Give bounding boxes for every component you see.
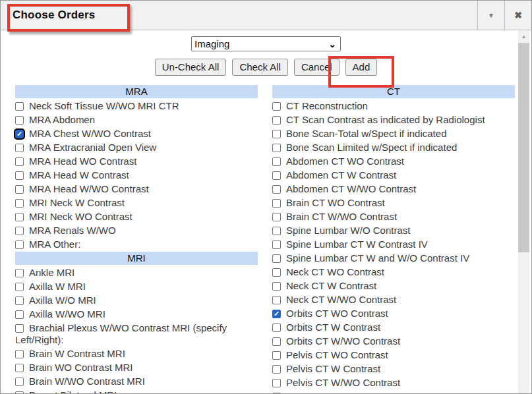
order-checkbox-row[interactable]: Neck CT W/WO Contrast: [272, 293, 515, 306]
order-checkbox-row[interactable]: Spine Lumbar CT W and W/O Contrast IV: [272, 251, 515, 265]
order-checkbox-row[interactable]: CT Reconstruction: [272, 99, 515, 113]
checkbox-icon[interactable]: [15, 269, 24, 277]
checkbox-icon[interactable]: [272, 157, 281, 166]
order-checkbox-row[interactable]: Orbits CT W/WO Contrast: [272, 334, 515, 348]
checkbox-checked-icon[interactable]: [272, 310, 281, 318]
close-button[interactable]: ✖: [504, 1, 531, 30]
order-checkbox-row[interactable]: MRA Extracranial Open View: [15, 140, 258, 154]
order-checkbox-row[interactable]: Neck Soft Tissue W/WO MRI CTR: [15, 99, 258, 113]
order-label: Ankle MRI: [29, 267, 74, 278]
order-checkbox-row[interactable]: Spine Lumbar W/O Contrast: [272, 223, 515, 237]
scroll-up-button[interactable]: ▲: [518, 30, 529, 42]
checkbox-icon[interactable]: [272, 116, 281, 125]
checkbox-icon[interactable]: [15, 391, 24, 394]
checkbox-icon[interactable]: [272, 213, 281, 221]
order-checkbox-row[interactable]: Pelvis CT W/WO Contrast: [272, 376, 515, 389]
order-label: Orbits CT W/WO Contrast: [286, 335, 400, 347]
checkbox-icon[interactable]: [15, 116, 24, 125]
order-checkbox-row[interactable]: Abdomen CT W/WO Contrast: [272, 182, 515, 196]
order-checkbox-row[interactable]: Ankle MRI: [15, 266, 258, 279]
checkbox-icon[interactable]: [272, 254, 281, 263]
order-checkbox-row[interactable]: Brain WO Contrast MRI: [15, 360, 258, 374]
order-checkbox-row[interactable]: Axilla W MRI: [15, 279, 258, 293]
order-checkbox-row[interactable]: Neck CT W Contrast: [272, 279, 515, 293]
order-checkbox-row[interactable]: Brain CT W/WO Contrast: [272, 210, 515, 223]
checkbox-icon[interactable]: [272, 337, 281, 346]
order-checkbox-row[interactable]: Breast Bilateral MRI: [15, 388, 258, 394]
add-button[interactable]: Add: [345, 59, 378, 76]
checkbox-icon[interactable]: [272, 199, 281, 208]
order-checkbox-row[interactable]: Bone Scan-Total w/Spect if indicated: [272, 127, 515, 140]
order-checkbox-row[interactable]: MRA Head WO Contrast: [15, 154, 258, 168]
checkbox-icon[interactable]: [15, 199, 24, 208]
checkbox-icon[interactable]: [272, 351, 281, 360]
checkbox-icon[interactable]: [272, 185, 281, 194]
checkbox-icon[interactable]: [15, 296, 24, 305]
check-all-button[interactable]: Check All: [232, 59, 288, 76]
checkbox-icon[interactable]: [15, 227, 24, 235]
order-checkbox-row[interactable]: Abdomen CT WO Contrast: [272, 154, 515, 168]
order-checkbox-row[interactable]: MRA Other:: [15, 237, 258, 251]
dialog-titlebar: Choose Orders ▼ ✖: [1, 1, 531, 30]
checkbox-icon[interactable]: [272, 171, 281, 180]
checkbox-icon[interactable]: [272, 102, 281, 111]
checkbox-icon[interactable]: [15, 144, 24, 152]
order-checkbox-row[interactable]: MRI Neck WO Contrast: [15, 210, 258, 223]
order-checkbox-row[interactable]: Pelvis CT W Contrast: [272, 362, 515, 376]
checkbox-icon[interactable]: [15, 102, 24, 111]
checkbox-icon[interactable]: [15, 171, 24, 180]
checkbox-icon[interactable]: [15, 240, 24, 249]
checkbox-icon[interactable]: [272, 296, 281, 304]
checkbox-icon[interactable]: [272, 240, 281, 249]
checkbox-icon[interactable]: [272, 227, 281, 235]
order-checkbox-row[interactable]: Orbits CT W Contrast: [272, 320, 515, 334]
order-label: Breast Bilateral MRI: [29, 389, 117, 394]
cancel-button[interactable]: Cancel: [294, 59, 340, 76]
vertical-scrollbar[interactable]: ▲: [518, 30, 529, 393]
checkbox-icon[interactable]: [15, 213, 24, 221]
order-checkbox-row[interactable]: Abdomen CT W Contrast: [272, 168, 515, 182]
order-checkbox-row[interactable]: MRA Renals W/WO: [15, 223, 258, 237]
checkbox-icon[interactable]: [15, 310, 24, 319]
order-label: Brain W Contrast MRI: [29, 348, 125, 359]
order-checkbox-row[interactable]: Brain W Contrast MRI: [15, 347, 258, 360]
order-checkbox-row[interactable]: CT Scan Contrast as indicated by Radiolo…: [272, 113, 515, 127]
order-checkbox-row[interactable]: MRA Abdomen: [15, 113, 258, 127]
order-label: Axilla W/WO MRI: [29, 308, 105, 320]
category-select[interactable]: Imaging ⌄: [191, 36, 341, 51]
order-checkbox-row[interactable]: Axilla W/WO MRI: [15, 307, 258, 321]
checkbox-icon[interactable]: [15, 157, 24, 166]
order-checkbox-row[interactable]: Spine Lumbar CT W Contrast IV: [272, 237, 515, 251]
checkbox-icon[interactable]: [272, 268, 281, 277]
checkbox-icon[interactable]: [272, 144, 281, 152]
order-checkbox-row[interactable]: MRI Neck W Contrast: [15, 196, 258, 210]
uncheck-all-button[interactable]: Un-Check All: [155, 59, 227, 76]
order-checkbox-row[interactable]: Brain CT WO Contrast: [272, 196, 515, 210]
order-checkbox-row[interactable]: Brachial Plexus W/WO Contrast MRI (speci…: [15, 321, 258, 347]
orders-column-right: CTCT ReconstructionCT Scan Contrast as i…: [272, 84, 515, 394]
order-checkbox-row[interactable]: Neck CT WO Contrast: [272, 265, 515, 279]
order-checkbox-row[interactable]: Brain W/WO Contrast MRI: [15, 374, 258, 388]
checkbox-icon[interactable]: [15, 364, 24, 372]
checkbox-icon[interactable]: [272, 130, 281, 138]
checkbox-checked-icon[interactable]: [15, 130, 24, 138]
order-checkbox-row[interactable]: MRA Head W/WO Contrast: [15, 182, 258, 196]
checkbox-icon[interactable]: [272, 282, 281, 291]
checkbox-icon[interactable]: [272, 379, 281, 387]
checkbox-icon[interactable]: [272, 324, 281, 332]
checkbox-icon[interactable]: [15, 378, 24, 386]
order-checkbox-row[interactable]: Orbits CT WO Contrast: [272, 306, 515, 320]
scrollbar-thumb[interactable]: [518, 43, 529, 252]
order-checkbox-row[interactable]: Pelvis CT WO Contrast: [272, 348, 515, 362]
order-checkbox-row[interactable]: Axilla W/O MRI: [15, 293, 258, 307]
checkbox-icon[interactable]: [15, 350, 24, 358]
checkbox-icon[interactable]: [15, 283, 24, 291]
checkbox-icon[interactable]: [272, 365, 281, 374]
order-checkbox-row[interactable]: Bone Scan Limited w/Spect if indicated: [272, 140, 515, 154]
collapse-button[interactable]: ▼: [477, 1, 504, 30]
order-checkbox-row[interactable]: MRA Head W Contrast: [15, 168, 258, 182]
checkbox-icon[interactable]: [15, 185, 24, 194]
checkbox-icon[interactable]: [15, 324, 24, 333]
order-checkbox-row[interactable]: [272, 389, 515, 394]
order-checkbox-row[interactable]: MRA Chest W/WO Contrast: [15, 127, 258, 140]
